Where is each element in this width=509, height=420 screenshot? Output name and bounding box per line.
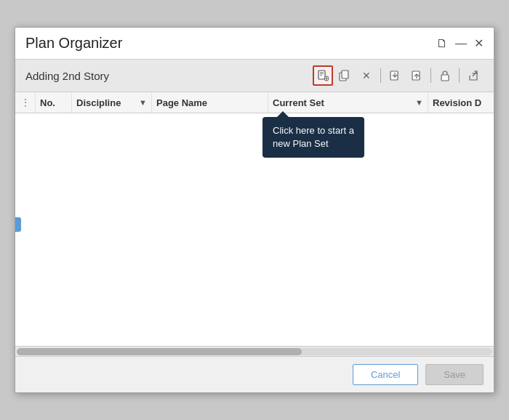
table-header: ⋮ No. Discipline ▼ Page Name Current Set… [15,92,494,113]
document-icon[interactable]: 🗋 [436,37,448,50]
svg-rect-3 [320,75,322,76]
delete-icon: ✕ [362,70,371,81]
svg-rect-1 [320,72,324,73]
subtitle-text: Adding 2nd Story [25,70,109,82]
title-bar-controls: 🗋 — ✕ [436,36,484,50]
scrollbar-thumb[interactable] [17,348,302,355]
svg-rect-2 [320,73,324,74]
svg-rect-8 [342,70,348,78]
footer: Cancel Save [15,356,494,392]
toolbar-separator-3 [459,68,460,83]
horizontal-scrollbar[interactable] [15,346,494,356]
col-revision-header: Revision D [428,93,494,113]
currentset-filter-icon[interactable]: ▼ [415,98,423,107]
table-area: ⋮ No. Discipline ▼ Page Name Current Set… [15,92,494,356]
col-pagename-header: Page Name [152,93,268,113]
toolbar-separator-1 [380,68,381,83]
new-planset-button[interactable] [313,65,333,86]
svg-rect-13 [441,75,449,81]
minimize-icon[interactable]: — [455,37,467,50]
scrollbar-track[interactable] [17,348,492,355]
dialog-title: Plan Organizer [25,35,122,52]
cancel-button[interactable]: Cancel [353,364,418,385]
import-button[interactable] [385,65,405,86]
save-button[interactable]: Save [425,364,484,385]
share-button[interactable] [463,65,484,86]
copy-button[interactable] [334,65,355,86]
col-discipline-header: Discipline ▼ [72,93,152,113]
delete-button[interactable]: ✕ [356,65,377,86]
col-currentset-header: Current Set ▼ [268,93,428,113]
subtitle-bar: Adding 2nd Story [15,60,494,92]
plan-organizer-dialog: Plan Organizer 🗋 — ✕ Adding 2nd Story [15,27,494,393]
title-bar: Plan Organizer 🗋 — ✕ [15,28,494,60]
lock-button[interactable] [435,65,455,86]
toolbar: ✕ [313,65,484,86]
col-no-header: No. [36,93,72,113]
col-grip-header: ⋮ [15,92,36,113]
table-body [15,113,494,346]
export-button[interactable] [406,65,427,86]
left-indicator [15,217,21,232]
discipline-filter-icon[interactable]: ▼ [139,98,147,107]
close-icon[interactable]: ✕ [474,36,484,50]
toolbar-separator-2 [430,68,431,83]
